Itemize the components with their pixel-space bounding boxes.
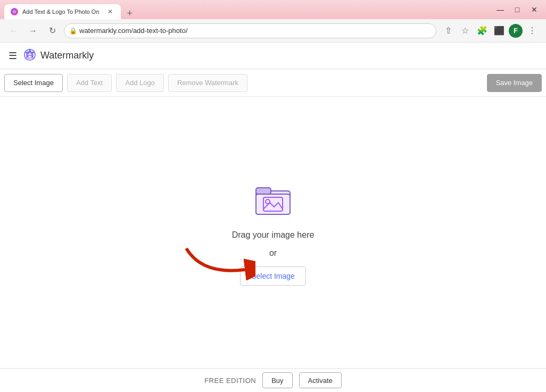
tab-title: Add Text & Logo To Photo On	[22, 9, 100, 15]
address-bar-wrapper[interactable]: 🔒 watermarkly.com/add-text-to-photo/	[64, 23, 436, 38]
page-wrapper: ☰ Watermarkly Select Image Add Text	[0, 43, 546, 392]
app-name: Watermarkly	[40, 50, 94, 61]
buy-button[interactable]: Buy	[262, 372, 292, 388]
split-screen-icon[interactable]: ⬛	[492, 23, 507, 38]
remove-watermark-button[interactable]: Remove Watermark	[168, 74, 247, 92]
logo-icon	[23, 48, 36, 63]
lock-icon: 🔒	[69, 27, 77, 35]
add-text-button[interactable]: Add Text	[67, 74, 112, 92]
app-toolbar: Select Image Add Text Add Logo Remove Wa…	[0, 69, 546, 97]
url-text: watermarkly.com/add-text-to-photo/	[79, 23, 188, 38]
forward-button[interactable]: →	[26, 23, 40, 38]
edition-label: FREE EDITION	[204, 377, 256, 385]
add-logo-button[interactable]: Add Logo	[116, 74, 164, 92]
active-tab[interactable]: Add Text & Logo To Photo On ✕	[4, 4, 121, 19]
close-button[interactable]: ✕	[527, 2, 542, 17]
tab-strip: Add Text & Logo To Photo On ✕ +	[4, 0, 491, 19]
activate-button[interactable]: Activate	[299, 372, 342, 388]
share-icon[interactable]: ⇧	[441, 23, 456, 38]
minimize-button[interactable]: —	[493, 2, 508, 17]
tab-favicon	[11, 8, 18, 15]
browser-toolbar-icons: ⇧ ☆ 🧩 ⬛ F ⋮	[441, 23, 540, 38]
app-logo: Watermarkly	[23, 48, 94, 63]
hamburger-button[interactable]: ☰	[9, 50, 17, 62]
menu-icon[interactable]: ⋮	[525, 23, 540, 38]
upload-folder-icon	[252, 179, 294, 222]
profile-button[interactable]: F	[509, 24, 523, 38]
window-controls: — □ ✕	[493, 2, 542, 17]
refresh-button[interactable]: ↻	[45, 23, 60, 38]
svg-rect-4	[256, 188, 271, 194]
address-bar: ← → ↻ 🔒 watermarkly.com/add-text-to-phot…	[0, 19, 546, 43]
new-tab-button[interactable]: +	[123, 8, 137, 19]
address-input[interactable]: watermarkly.com/add-text-to-photo/	[64, 23, 436, 38]
back-button[interactable]: ←	[6, 23, 21, 38]
or-text: or	[269, 248, 277, 258]
app-nav: ☰ Watermarkly	[0, 43, 546, 69]
star-icon[interactable]: ☆	[458, 23, 473, 38]
footer: FREE EDITION Buy Activate	[0, 368, 546, 392]
tab-close-button[interactable]: ✕	[106, 7, 114, 16]
arrow-indicator	[181, 243, 255, 282]
drag-text: Drag your image here	[232, 230, 315, 240]
extensions-icon[interactable]: 🧩	[475, 23, 490, 38]
maximize-button[interactable]: □	[510, 2, 525, 17]
main-content: Drag your image here or Select Image	[0, 97, 546, 368]
save-image-button[interactable]: Save Image	[487, 74, 542, 92]
title-bar: Add Text & Logo To Photo On ✕ + — □ ✕	[0, 0, 546, 19]
select-image-button[interactable]: Select Image	[4, 74, 63, 92]
